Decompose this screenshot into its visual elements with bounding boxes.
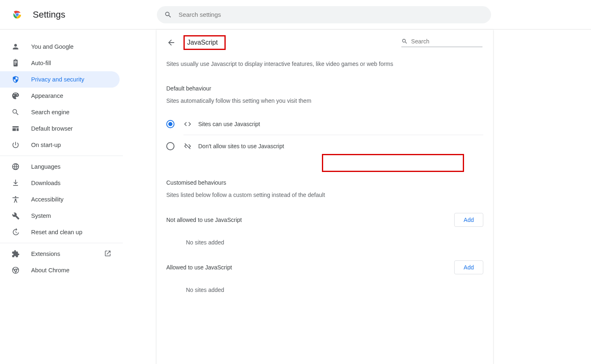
sidebar-item-appear[interactable]: Appearance xyxy=(0,88,120,104)
site-list-label: Allowed to use JavaScript xyxy=(166,264,232,271)
sidebar-item-ext[interactable]: Extensions xyxy=(0,246,120,262)
sidebar-item-label: You and Google xyxy=(31,43,73,50)
download-icon xyxy=(11,179,20,187)
default-behaviour-title: Default behaviour xyxy=(166,85,483,92)
external-link-icon xyxy=(104,250,111,258)
globe-icon xyxy=(11,163,20,171)
wrench-icon xyxy=(11,212,20,220)
clipboard-icon xyxy=(11,59,20,67)
radio-button[interactable] xyxy=(166,120,174,128)
empty-list-message: No sites added xyxy=(186,239,483,246)
back-button[interactable] xyxy=(166,38,176,47)
js-option-0[interactable]: Sites can use Javascript xyxy=(183,113,483,135)
sidebar-item-label: On start-up xyxy=(31,142,61,148)
sidebar-item-label: About Chrome xyxy=(31,267,70,274)
empty-list-message: No sites added xyxy=(186,287,483,293)
history-icon xyxy=(11,228,20,236)
sidebar-item-search[interactable]: Search engine xyxy=(0,104,120,120)
page-title: JavaScript xyxy=(183,35,226,50)
site-list-header-1: Allowed to use JavaScriptAdd xyxy=(166,260,483,274)
sidebar-item-autofill[interactable]: Auto-fill xyxy=(0,55,120,71)
app-header: Settings xyxy=(0,0,591,29)
app-title: Settings xyxy=(33,9,66,20)
page-description: Sites usually use Javascript to display … xyxy=(166,61,483,67)
js-option-1[interactable]: Don't allow sites to use Javascript xyxy=(183,135,483,157)
global-search[interactable] xyxy=(157,6,491,23)
radio-label: Sites can use Javascript xyxy=(198,121,260,127)
sidebar-item-label: Languages xyxy=(31,163,61,170)
code-icon xyxy=(183,120,192,128)
sidebar-item-label: Search engine xyxy=(31,109,70,115)
sidebar-item-label: System xyxy=(31,213,51,219)
radio-label: Don't allow sites to use Javascript xyxy=(198,143,284,149)
sidebar-item-privacy[interactable]: Privacy and security xyxy=(0,71,120,88)
sidebar-item-label: Auto-fill xyxy=(31,60,51,66)
radio-button[interactable] xyxy=(166,142,174,150)
sidebar-item-label: Extensions xyxy=(31,251,60,257)
arrow-back-icon xyxy=(167,38,176,47)
search-icon xyxy=(164,11,172,19)
palette-icon xyxy=(11,92,20,100)
browser-icon xyxy=(11,124,20,133)
add-site-button[interactable]: Add xyxy=(454,260,483,274)
sidebar-item-label: Reset and clean up xyxy=(31,229,82,235)
sidebar-item-label: Accessibility xyxy=(31,196,63,203)
shield-icon xyxy=(11,75,20,84)
person-icon xyxy=(11,43,20,51)
page-search[interactable] xyxy=(401,38,482,47)
default-behaviour-sub: Sites automatically follow this setting … xyxy=(166,97,483,104)
chrome-icon xyxy=(11,266,20,274)
puzzle-icon xyxy=(11,250,20,258)
accessibility-icon xyxy=(11,195,20,203)
search-icon xyxy=(401,38,408,45)
sidebar-item-lang[interactable]: Languages xyxy=(0,158,120,175)
code-off-icon xyxy=(183,142,192,150)
sidebar-item-label: Default browser xyxy=(31,125,73,132)
sidebar-item-dl[interactable]: Downloads xyxy=(0,175,120,191)
page-search-input[interactable] xyxy=(411,38,482,45)
power-icon xyxy=(11,141,20,149)
sidebar-item-you[interactable]: You and Google xyxy=(0,38,120,55)
sidebar-item-sys[interactable]: System xyxy=(0,208,120,224)
sidebar-item-label: Appearance xyxy=(31,93,63,99)
site-list-header-0: Not allowed to use JavaScriptAdd xyxy=(166,213,483,227)
sidebar-item-label: Downloads xyxy=(31,180,61,186)
sidebar-item-reset[interactable]: Reset and clean up xyxy=(0,224,120,240)
sidebar-item-acc[interactable]: Accessibility xyxy=(0,191,120,208)
sidebar-item-label: Privacy and security xyxy=(31,76,84,83)
chrome-logo-icon xyxy=(11,9,23,20)
custom-behaviours-title: Customised behaviours xyxy=(166,179,483,186)
page-header: JavaScript xyxy=(156,29,493,56)
add-site-button[interactable]: Add xyxy=(454,213,483,227)
global-search-input[interactable] xyxy=(179,11,484,18)
sidebar-item-default[interactable]: Default browser xyxy=(0,120,120,137)
magnify-icon xyxy=(11,108,20,116)
settings-content-card: JavaScript Sites usually use Javascript … xyxy=(156,29,493,364)
sidebar-item-about[interactable]: About Chrome xyxy=(0,262,120,278)
custom-behaviours-sub: Sites listed below follow a custom setti… xyxy=(166,192,483,198)
sidebar: You and GoogleAuto-fillPrivacy and secur… xyxy=(0,29,123,364)
site-list-label: Not allowed to use JavaScript xyxy=(166,217,242,223)
sidebar-item-startup[interactable]: On start-up xyxy=(0,137,120,153)
